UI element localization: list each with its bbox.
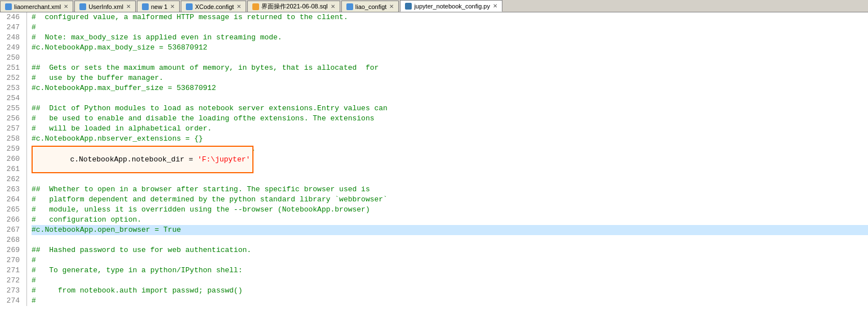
tab-jupyter[interactable]: jupyter_notebook_config.py ✕: [400, 0, 502, 12]
code-area[interactable]: # configured value, a malformed HTTP mes…: [27, 12, 868, 306]
tab-liaomerchant[interactable]: liaomerchant.xml ✕: [0, 1, 73, 12]
py-icon: [405, 3, 412, 10]
line-num: 271: [5, 266, 22, 276]
line-num: 251: [5, 63, 22, 73]
code-line-262: [32, 174, 868, 184]
tab-userinfo[interactable]: UserInfo.xml ✕: [74, 1, 136, 12]
tab-close-icon[interactable]: ✕: [237, 3, 241, 10]
line-num: 250: [5, 53, 22, 63]
tab-close-icon[interactable]: ✕: [126, 3, 131, 10]
code-line-248: # Note: max_body_size is applied even in…: [32, 33, 868, 43]
line-num: 252: [5, 73, 22, 83]
code-line-256: # be used to enable and disable the load…: [32, 114, 868, 124]
tab-xcode[interactable]: XCode.configt ✕: [181, 1, 246, 12]
code-line-258: #c.NotebookApp.nbserver_extensions = {}: [32, 134, 868, 144]
editor: 246 247 248 249 250 251 252 253 254 255 …: [0, 12, 868, 306]
line-num: 254: [5, 93, 22, 104]
line-num: 246: [5, 12, 22, 22]
tab-label: liao_configt: [355, 3, 387, 10]
line-num: 255: [5, 104, 22, 114]
code-line-249: #c.NotebookApp.max_body_size = 536870912: [32, 43, 868, 53]
tab-bar: liaomerchant.xml ✕ UserInfo.xml ✕ new 1 …: [0, 0, 868, 12]
line-num: 248: [5, 33, 22, 43]
code-line-254: [32, 93, 868, 104]
line-num: 273: [5, 286, 22, 296]
line-num: 256: [5, 114, 22, 124]
tab-label: jupyter_notebook_config.py: [414, 3, 490, 10]
line-num: 265: [5, 205, 22, 215]
line-num: 259: [5, 144, 22, 154]
line-num: 274: [5, 296, 22, 306]
line-num: 269: [5, 245, 22, 255]
line-num: 270: [5, 255, 22, 266]
code-line-257: # will be loaded in alphabetical order.: [32, 124, 868, 134]
code-line-269: ## Hashed password to use for web authen…: [32, 245, 868, 255]
code-line-270: #: [32, 255, 868, 266]
code-line-246: # configured value, a malformed HTTP mes…: [32, 12, 868, 22]
code-line-266: # configuration option.: [32, 215, 868, 225]
code-line-267: #c.NotebookApp.open_browser = True: [32, 225, 868, 235]
code-line-250: [32, 53, 868, 63]
code-line-260: c.NotebookApp.notebook_dir = 'F:\jupyter…: [32, 154, 868, 164]
code-line-265: # module, unless it is overridden using …: [32, 205, 868, 215]
code-line-255: ## Dict of Python modules to load as not…: [32, 104, 868, 114]
xml-icon: [5, 3, 12, 10]
code-line-273: # from notebook.auth import passwd; pass…: [32, 286, 868, 296]
code-line-252: # use by the buffer manager.: [32, 73, 868, 83]
tab-label: liaomerchant.xml: [14, 3, 61, 10]
code-line-247: #: [32, 22, 868, 33]
xml-icon: [142, 3, 149, 10]
xml-icon: [346, 3, 353, 10]
tab-close-icon[interactable]: ✕: [331, 3, 335, 10]
line-num: 266: [5, 215, 22, 225]
tab-close-icon[interactable]: ✕: [64, 3, 68, 10]
line-num: 263: [5, 184, 22, 195]
line-numbers: 246 247 248 249 250 251 252 253 254 255 …: [0, 12, 27, 306]
code-line-253: #c.NotebookApp.max_buffer_size = 5368709…: [32, 83, 868, 93]
line-num: 262: [5, 174, 22, 184]
xml-icon: [79, 3, 86, 10]
line-num: 257: [5, 124, 22, 134]
code-line-271: # To generate, type in a python/IPython …: [32, 266, 868, 276]
line-num: 264: [5, 195, 22, 205]
tab-sql[interactable]: 界面操作2021-06-08.sql ✕: [247, 1, 340, 12]
line-num: 249: [5, 43, 22, 53]
line-num: 272: [5, 276, 22, 286]
line-num: 253: [5, 83, 22, 93]
tab-liao-config[interactable]: liao_configt ✕: [341, 1, 399, 12]
code-line-274: #: [32, 296, 868, 306]
tab-close-icon[interactable]: ✕: [493, 3, 497, 9]
code-line-251: ## Gets or sets the maximum amount of me…: [32, 63, 868, 73]
tab-label: new 1: [151, 3, 167, 10]
tab-new1[interactable]: new 1 ✕: [137, 1, 180, 12]
tab-label: 界面操作2021-06-08.sql: [261, 2, 327, 11]
xml-icon: [186, 3, 193, 10]
line-num: 268: [5, 235, 22, 245]
line-num: 261: [5, 164, 22, 174]
code-line-268: [32, 235, 868, 245]
line-num: 267: [5, 225, 22, 235]
code-line-263: ## Whether to open in a browser after st…: [32, 184, 868, 195]
tab-label: UserInfo.xml: [88, 3, 123, 10]
code-line-264: # platform dependent and determined by t…: [32, 195, 868, 205]
line-num: 247: [5, 22, 22, 33]
tab-close-icon[interactable]: ✕: [170, 3, 175, 10]
line-num: 260: [5, 154, 22, 164]
line-num: 258: [5, 134, 22, 144]
tab-close-icon[interactable]: ✕: [389, 3, 394, 10]
tab-label: XCode.configt: [195, 3, 234, 10]
code-line-272: #: [32, 276, 868, 286]
sql-icon: [252, 3, 259, 10]
